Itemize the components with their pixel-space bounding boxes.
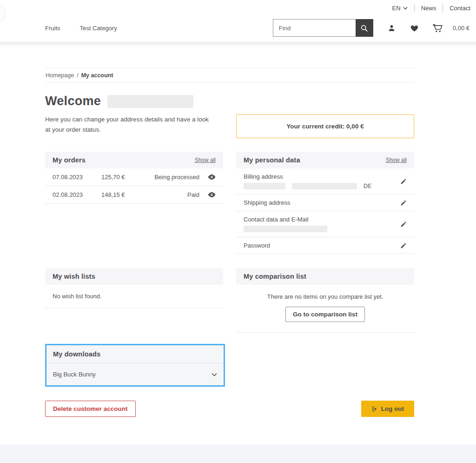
- downloads-panel: My downloads Big Buck Bunny: [46, 345, 224, 385]
- order-date: 07.08.2023: [53, 174, 101, 181]
- comparison-body: There are no items on you compare list y…: [236, 285, 414, 333]
- chevron-down-icon: [403, 7, 408, 10]
- billing-country-code: DE: [364, 183, 371, 189]
- top-bar: EN News Contact: [0, 0, 476, 14]
- orders-show-all-link[interactable]: Show all: [195, 157, 216, 163]
- redacted-email: [244, 226, 327, 232]
- comparison-empty-text: There are no items on you compare list y…: [244, 293, 407, 300]
- page-title: Welcome: [45, 94, 414, 108]
- order-row: 07.08.2023 125,70 € Being processed: [45, 168, 223, 186]
- order-total: 125,70 €: [101, 174, 152, 181]
- breadcrumb-current: My account: [81, 72, 113, 79]
- header-icons: 0,00 €: [387, 24, 469, 33]
- contact-data-row: Contact data and E-Mail: [236, 211, 414, 237]
- contact-data-value: [244, 226, 327, 232]
- comparison-header: My comparison list: [236, 268, 414, 285]
- shipping-address-label: Shipping address: [244, 199, 290, 206]
- download-item-row[interactable]: Big Buck Bunny: [46, 363, 224, 385]
- language-selector[interactable]: EN: [392, 5, 408, 12]
- search-icon: [360, 24, 368, 32]
- language-label: EN: [392, 5, 401, 12]
- redacted-customer-name: [107, 95, 193, 108]
- news-link[interactable]: News: [421, 5, 436, 12]
- order-status: Paid: [152, 191, 208, 198]
- billing-address-row: Billing address DE: [236, 168, 414, 195]
- download-item-name: Big Buck Bunny: [53, 371, 96, 378]
- view-order-eye-icon[interactable]: [208, 192, 216, 198]
- shipping-address-row: Shipping address: [236, 195, 414, 211]
- redacted-billing-street: [292, 183, 357, 189]
- account-icon[interactable]: [387, 24, 396, 33]
- edit-billing-pencil-icon[interactable]: [400, 178, 407, 185]
- breadcrumb-home-link[interactable]: Homepage: [46, 72, 74, 79]
- edit-password-pencil-icon[interactable]: [400, 242, 407, 249]
- password-row: Password: [236, 237, 414, 254]
- order-total: 148,15 €: [101, 191, 152, 198]
- orders-title: My orders: [53, 156, 86, 164]
- wishlists-panel: My wish lists No wish list found.: [45, 268, 223, 308]
- view-order-eye-icon[interactable]: [208, 174, 216, 180]
- downloads-title: My downloads: [53, 350, 100, 358]
- panels-row-2: My wish lists No wish list found. My com…: [45, 268, 414, 333]
- comparison-panel: My comparison list There are no items on…: [236, 268, 414, 333]
- welcome-text: Welcome: [45, 94, 101, 108]
- orders-panel: My orders Show all 07.08.2023 125,70 € B…: [45, 152, 223, 204]
- personal-data-title: My personal data: [244, 156, 300, 164]
- page-footer: [0, 444, 476, 463]
- orders-panel-header: My orders Show all: [45, 152, 223, 168]
- nav-item-test-category[interactable]: Test Category: [80, 25, 117, 32]
- order-status: Being processed: [152, 174, 208, 181]
- billing-address-label: Billing address: [244, 173, 371, 180]
- breadcrumb: Homepage / My account: [45, 68, 414, 83]
- billing-address-value: DE: [244, 183, 371, 189]
- cart-total[interactable]: 0,00 €: [453, 25, 469, 32]
- breadcrumb-separator: /: [77, 72, 78, 79]
- wishlists-header: My wish lists: [45, 268, 223, 285]
- contact-data-main: Contact data and E-Mail: [244, 216, 327, 232]
- nav-item-fruits[interactable]: Fruits: [45, 25, 60, 32]
- go-to-comparison-button[interactable]: Go to comparison list: [285, 307, 365, 322]
- main-content: Homepage / My account Welcome Here you c…: [45, 68, 414, 417]
- edit-shipping-pencil-icon[interactable]: [400, 200, 407, 206]
- wishlists-title: My wish lists: [53, 273, 95, 280]
- contact-data-label: Contact data and E-Mail: [244, 216, 327, 223]
- cart-icon[interactable]: [433, 24, 443, 33]
- order-row: 02.08.2023 148,15 € Paid: [45, 186, 223, 204]
- wishlists-empty-text: No wish list found.: [45, 285, 223, 308]
- personal-data-panel: My personal data Show all Billing addres…: [236, 152, 414, 254]
- header-right: 0,00 €: [273, 19, 469, 37]
- intro-row: Here you can change your address details…: [45, 114, 414, 138]
- personal-data-show-all-link[interactable]: Show all: [386, 157, 407, 163]
- panels-row-1: My orders Show all 07.08.2023 125,70 € B…: [45, 152, 414, 254]
- redacted-billing-name: [244, 183, 285, 189]
- logout-icon: [371, 406, 378, 412]
- logout-button[interactable]: Log out: [361, 401, 414, 417]
- logout-label: Log out: [381, 405, 404, 412]
- credit-box: Your current credit: 0,00 €: [236, 114, 414, 138]
- password-label: Password: [244, 242, 270, 249]
- search-button[interactable]: [356, 19, 373, 37]
- personal-data-header: My personal data Show all: [236, 152, 414, 168]
- intro-text: Here you can change your address details…: [45, 114, 223, 134]
- billing-address-main: Billing address DE: [244, 173, 371, 189]
- main-navigation: Fruits Test Category: [45, 25, 117, 32]
- order-date: 02.08.2023: [53, 191, 101, 198]
- search-bar: [273, 19, 373, 37]
- account-actions: Delete customer account Log out: [45, 401, 414, 417]
- edit-contact-pencil-icon[interactable]: [400, 221, 407, 228]
- site-header: Fruits Test Category 0,00 €: [0, 14, 476, 42]
- search-input[interactable]: [273, 19, 356, 37]
- chevron-down-icon: [212, 373, 217, 376]
- comparison-title: My comparison list: [244, 273, 306, 280]
- topbar-divider: [443, 5, 443, 12]
- delete-account-button[interactable]: Delete customer account: [45, 401, 136, 417]
- contact-link[interactable]: Contact: [450, 5, 470, 12]
- downloads-panel-highlighted: My downloads Big Buck Bunny: [45, 344, 225, 387]
- header-shadow: [0, 42, 476, 47]
- downloads-header: My downloads: [46, 345, 224, 363]
- topbar-divider: [414, 5, 415, 12]
- wishlist-heart-icon[interactable]: [410, 24, 419, 32]
